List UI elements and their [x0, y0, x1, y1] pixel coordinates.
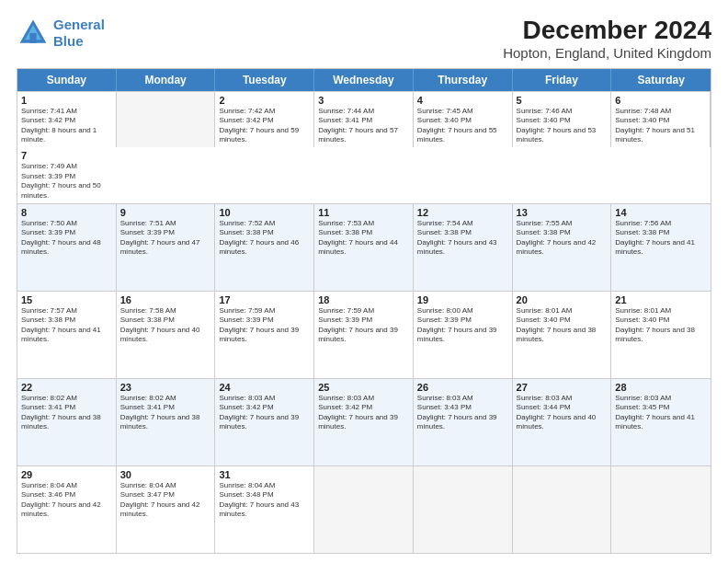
- cal-cell-7: 7Sunrise: 7:49 AMSunset: 3:39 PMDaylight…: [17, 147, 117, 203]
- cal-cell-16: 16Sunrise: 7:58 AMSunset: 3:38 PMDayligh…: [117, 292, 216, 378]
- cal-cell-empty-4-6: [611, 466, 711, 553]
- page: General Blue December 2024 Hopton, Engla…: [0, 0, 728, 563]
- week-row-3: 15Sunrise: 7:57 AMSunset: 3:38 PMDayligh…: [17, 291, 711, 378]
- cal-cell-20: 20Sunrise: 8:01 AMSunset: 3:40 PMDayligh…: [513, 292, 612, 378]
- cal-cell-14: 14Sunrise: 7:56 AMSunset: 3:38 PMDayligh…: [611, 204, 711, 291]
- cal-cell-30: 30Sunrise: 8:04 AMSunset: 3:47 PMDayligh…: [117, 466, 216, 553]
- cal-cell-empty-4-5: [513, 466, 612, 553]
- cal-cell-24: 24Sunrise: 8:03 AMSunset: 3:42 PMDayligh…: [215, 379, 314, 465]
- cal-cell-2: 2Sunrise: 7:42 AMSunset: 3:42 PMDaylight…: [215, 92, 314, 148]
- cal-cell-1: 1Sunrise: 7:41 AMSunset: 3:42 PMDaylight…: [17, 92, 117, 148]
- cal-cell-8: 8Sunrise: 7:50 AMSunset: 3:39 PMDaylight…: [17, 204, 117, 291]
- cal-cell-22: 22Sunrise: 8:02 AMSunset: 3:41 PMDayligh…: [17, 379, 117, 465]
- header-thursday: Thursday: [414, 69, 513, 91]
- cal-cell-empty-4-4: [414, 466, 513, 553]
- header-friday: Friday: [513, 69, 612, 91]
- subtitle: Hopton, England, United Kingdom: [503, 45, 711, 61]
- cal-cell-17: 17Sunrise: 7:59 AMSunset: 3:39 PMDayligh…: [215, 292, 314, 378]
- cal-cell-15: 15Sunrise: 7:57 AMSunset: 3:38 PMDayligh…: [17, 292, 117, 378]
- main-title: December 2024: [503, 17, 711, 45]
- logo-line2: Blue: [53, 33, 84, 49]
- logo-line1: General: [53, 17, 105, 32]
- cal-cell-18: 18Sunrise: 7:59 AMSunset: 3:39 PMDayligh…: [314, 292, 414, 378]
- header: General Blue December 2024 Hopton, Engla…: [17, 17, 711, 61]
- logo-text: General Blue: [53, 17, 105, 50]
- cal-cell-25: 25Sunrise: 8:03 AMSunset: 3:42 PMDayligh…: [314, 379, 414, 465]
- cal-cell-10: 10Sunrise: 7:52 AMSunset: 3:38 PMDayligh…: [215, 204, 314, 291]
- calendar-body: 1Sunrise: 7:41 AMSunset: 3:42 PMDaylight…: [17, 91, 711, 553]
- cal-cell-19: 19Sunrise: 8:00 AMSunset: 3:39 PMDayligh…: [414, 292, 513, 378]
- cal-cell-27: 27Sunrise: 8:03 AMSunset: 3:44 PMDayligh…: [513, 379, 612, 465]
- cal-cell-29: 29Sunrise: 8:04 AMSunset: 3:46 PMDayligh…: [17, 466, 117, 553]
- cal-cell-11: 11Sunrise: 7:53 AMSunset: 3:38 PMDayligh…: [314, 204, 414, 291]
- cal-cell-6: 6Sunrise: 7:48 AMSunset: 3:40 PMDaylight…: [611, 92, 711, 148]
- title-block: December 2024 Hopton, England, United Ki…: [503, 17, 711, 61]
- cal-cell-21: 21Sunrise: 8:01 AMSunset: 3:40 PMDayligh…: [611, 292, 711, 378]
- cal-cell-26: 26Sunrise: 8:03 AMSunset: 3:43 PMDayligh…: [414, 379, 513, 465]
- cal-cell-23: 23Sunrise: 8:02 AMSunset: 3:41 PMDayligh…: [117, 379, 216, 465]
- cal-cell-empty-0: [117, 92, 216, 148]
- week-row-1: 1Sunrise: 7:41 AMSunset: 3:42 PMDaylight…: [17, 91, 711, 203]
- header-sunday: Sunday: [17, 69, 117, 91]
- header-tuesday: Tuesday: [215, 69, 314, 91]
- week-row-5: 29Sunrise: 8:04 AMSunset: 3:46 PMDayligh…: [17, 465, 711, 553]
- cal-cell-4: 4Sunrise: 7:45 AMSunset: 3:40 PMDaylight…: [414, 92, 513, 148]
- header-monday: Monday: [117, 69, 216, 91]
- cal-cell-13: 13Sunrise: 7:55 AMSunset: 3:38 PMDayligh…: [513, 204, 612, 291]
- cal-cell-empty-4-3: [314, 466, 414, 553]
- calendar-header: Sunday Monday Tuesday Wednesday Thursday…: [17, 69, 711, 91]
- cal-cell-31: 31Sunrise: 8:04 AMSunset: 3:48 PMDayligh…: [215, 466, 314, 553]
- logo: General Blue: [17, 17, 105, 50]
- week-row-2: 8Sunrise: 7:50 AMSunset: 3:39 PMDaylight…: [17, 203, 711, 291]
- logo-icon: [17, 17, 50, 50]
- cal-cell-12: 12Sunrise: 7:54 AMSunset: 3:38 PMDayligh…: [414, 204, 513, 291]
- cal-cell-9: 9Sunrise: 7:51 AMSunset: 3:39 PMDaylight…: [117, 204, 216, 291]
- week-row-4: 22Sunrise: 8:02 AMSunset: 3:41 PMDayligh…: [17, 378, 711, 465]
- cal-cell-3: 3Sunrise: 7:44 AMSunset: 3:41 PMDaylight…: [314, 92, 414, 148]
- cal-cell-5: 5Sunrise: 7:46 AMSunset: 3:40 PMDaylight…: [513, 92, 612, 148]
- header-wednesday: Wednesday: [314, 69, 414, 91]
- calendar: Sunday Monday Tuesday Wednesday Thursday…: [17, 68, 711, 554]
- header-saturday: Saturday: [611, 69, 711, 91]
- cal-cell-28: 28Sunrise: 8:03 AMSunset: 3:45 PMDayligh…: [611, 379, 711, 465]
- svg-rect-2: [29, 33, 36, 43]
